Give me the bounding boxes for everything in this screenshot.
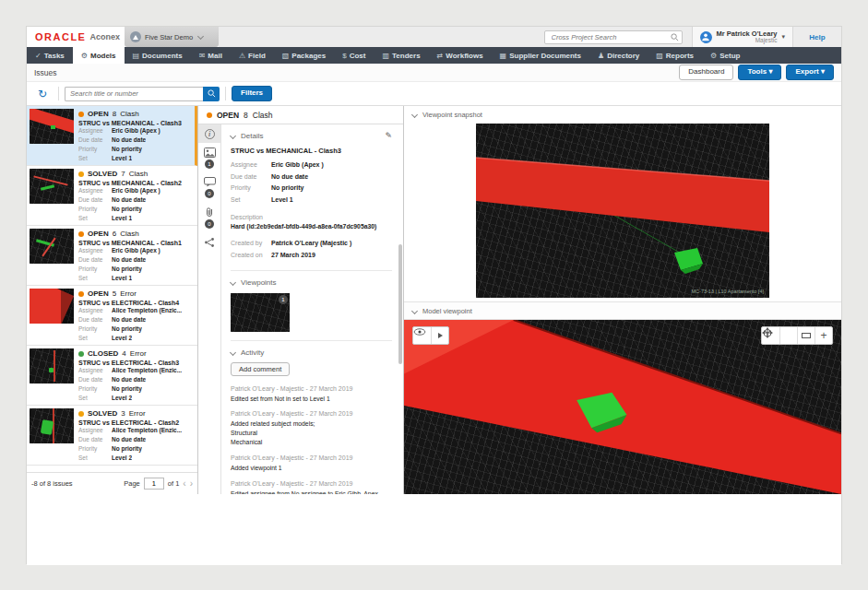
status-dot <box>207 112 212 118</box>
help-link[interactable]: Help <box>793 33 841 41</box>
issue-type: Clash <box>120 110 138 118</box>
page-input[interactable] <box>144 478 164 490</box>
viewpoint-snapshot-image[interactable]: MC-73-13 | L10 Apartamento [4] <box>476 124 769 298</box>
add-comment-button[interactable]: Add comment <box>231 362 290 376</box>
project-name: Five Star Demo <box>145 33 193 41</box>
activity-entry: Patrick O'Leary - Majestic - 27 March 20… <box>231 410 392 447</box>
export-button[interactable]: Export ▾ <box>786 65 834 79</box>
user-menu[interactable]: Mr Patrick O'Leary Majestic ▾ <box>692 27 794 47</box>
next-page-icon[interactable]: › <box>190 479 193 489</box>
issue-assignee: Alice Templeton (Enzic... <box>112 426 182 435</box>
activity-entry: Patrick O'Leary - Majestic - 27 March 20… <box>231 480 392 494</box>
nav-tab[interactable]: ▥ Tenders <box>374 47 428 64</box>
chevron-down-icon <box>411 111 418 117</box>
issue-number: 7 <box>121 170 125 178</box>
nav-tab[interactable]: ✉ Mail <box>191 47 231 64</box>
cube-icon[interactable] <box>779 327 797 344</box>
nav-tab-icon: ▤ <box>133 52 140 60</box>
issue-set: Level 2 <box>112 334 132 343</box>
attachments-tab[interactable]: 0 <box>198 202 220 232</box>
issue-set: Level 2 <box>112 394 132 403</box>
model-tag-label: MC-73-13 | L10 Apartamento [4] <box>692 289 764 294</box>
detail-icon-rail: i 1 0 <box>198 124 221 494</box>
activity-entry: Patrick O'Leary - Majestic - 27 March 20… <box>231 385 392 404</box>
comments-tab[interactable]: 0 <box>198 172 220 202</box>
issue-list-item[interactable]: OPEN 6 Clash STRUC vs MECHANICAL - Clash… <box>27 226 197 286</box>
search-icon[interactable] <box>671 33 679 41</box>
detail-type: Clash <box>253 111 273 120</box>
nav-tab-icon: ⚙ <box>710 52 717 60</box>
activity-text: Edited assignee from No assignee to Eric… <box>231 490 392 494</box>
issue-count: -8 of 8 issues <box>31 479 73 488</box>
issue-type: Clash <box>129 170 148 178</box>
nav-tab-label: Workflows <box>446 52 482 60</box>
comment-icon <box>204 177 216 187</box>
issue-status: SOLVED <box>88 409 117 418</box>
search-icon <box>208 89 216 98</box>
eye-icon[interactable] <box>413 327 431 344</box>
refresh-icon[interactable]: ↻ <box>38 88 47 100</box>
issue-list-item[interactable]: OPEN 8 Clash STRUC vs MECHANICAL - Clash… <box>27 106 197 166</box>
activity-feed: Patrick O'Leary - Majestic - 27 March 20… <box>231 385 392 494</box>
zoom-in-icon[interactable]: + <box>814 327 832 344</box>
cross-project-search-input[interactable] <box>550 32 671 42</box>
nav-tab[interactable]: ▨ Reports <box>648 47 702 64</box>
user-name-block: Mr Patrick O'Leary Majestic <box>717 30 778 44</box>
viewpoints-tab[interactable]: 1 <box>198 143 220 172</box>
issue-set: Level 1 <box>112 154 132 163</box>
snapshot-header[interactable]: Viewpoint snapshot <box>404 106 841 123</box>
nav-tab[interactable]: ⚠ Field <box>231 47 274 64</box>
nav-tab-label: Setup <box>719 52 740 60</box>
model-viewer[interactable]: + <box>404 320 841 494</box>
brand: ORACLE Aconex <box>27 27 125 47</box>
nav-tab[interactable]: $ Cost <box>334 47 374 64</box>
oracle-logo: ORACLE <box>35 31 86 42</box>
scrollbar[interactable] <box>398 244 402 364</box>
issues-toolbar: ↻ Filters <box>27 82 841 106</box>
nav-tab[interactable]: ✓ Tasks <box>27 47 73 64</box>
search-button[interactable] <box>203 87 220 101</box>
nav-tab[interactable]: ♟ Directory <box>589 47 648 64</box>
issue-list-item[interactable]: SOLVED 3 Error STRUC vs ELECTRICAL - Cla… <box>27 406 197 466</box>
app-window: ORACLE Aconex Five Star Demo <box>26 26 842 564</box>
issue-list-item[interactable]: CLOSED 4 Error STRUC vs ELECTRICAL - Cla… <box>27 346 197 406</box>
issue-thumbnail <box>30 109 74 144</box>
issue-list-item[interactable]: SOLVED 7 Clash STRUC vs MECHANICAL - Cla… <box>27 166 197 226</box>
nav-tab[interactable]: ⚙ Setup <box>702 47 748 64</box>
details-section-header[interactable]: Details ✎ <box>231 131 392 140</box>
prev-page-icon[interactable]: ‹ <box>183 479 185 489</box>
description-value: Hard (id:2eb9edaf-bfdb-449d-a8ea-0fa7dc9… <box>231 223 392 230</box>
viewpoint-thumbnail[interactable]: 1 <box>231 293 290 332</box>
info-tab[interactable]: i <box>198 124 220 143</box>
cross-project-search[interactable] <box>544 30 683 44</box>
edit-icon[interactable]: ✎ <box>385 131 392 140</box>
activity-section-header[interactable]: Activity <box>231 348 392 357</box>
issue-thumbnail <box>30 289 74 324</box>
project-selector[interactable]: Five Star Demo <box>125 27 219 47</box>
nav-tab-icon: ♟ <box>598 52 604 60</box>
issue-thumbnail <box>30 348 74 384</box>
model-viewpoint-header[interactable]: Model viewpoint <box>404 301 841 320</box>
fit-view-icon[interactable] <box>797 327 814 344</box>
viewpoints-badge: 1 <box>205 159 214 169</box>
nav-tab-label: Tasks <box>44 52 65 60</box>
dashboard-button[interactable]: Dashboard <box>679 65 733 79</box>
tools-button[interactable]: Tools ▾ <box>738 65 781 79</box>
viewpoints-section-header[interactable]: Viewpoints <box>231 278 392 287</box>
related-items-tab[interactable] <box>198 232 220 252</box>
nav-tab-label: Reports <box>666 52 694 60</box>
issue-search-input[interactable] <box>65 87 203 101</box>
nav-tab[interactable]: ⚙ Models <box>73 47 125 64</box>
nav-tab[interactable]: ⇄ Workflows <box>429 47 492 64</box>
issue-list-item[interactable]: OPEN 5 Error STRUC vs ELECTRICAL - Clash… <box>27 286 197 346</box>
filters-button[interactable]: Filters <box>232 86 272 100</box>
expand-toolbar-icon[interactable] <box>431 327 448 344</box>
issue-priority: No priority <box>112 384 142 394</box>
nav-tab[interactable]: ▧ Packages <box>274 47 334 64</box>
nav-tab-icon: ⚠ <box>239 52 245 60</box>
issue-due: No due date <box>112 315 146 324</box>
caret-down-icon: ▾ <box>768 67 772 76</box>
issue-priority: No priority <box>112 145 142 154</box>
nav-tab[interactable]: ▦ Supplier Documents <box>492 47 589 64</box>
nav-tab[interactable]: ▤ Documents <box>125 47 191 64</box>
